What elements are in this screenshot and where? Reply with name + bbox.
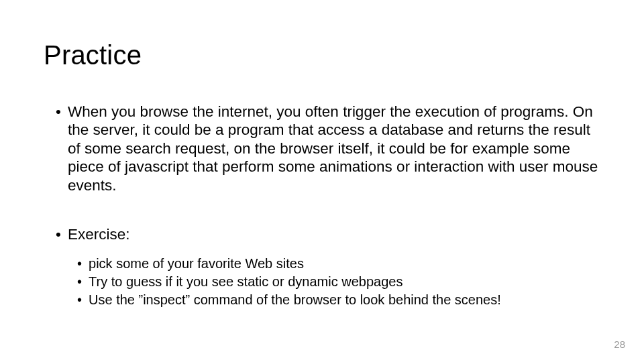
sub-bullet-list: • pick some of your favorite Web sites •… [44, 255, 600, 309]
bullet-marker-icon: • [77, 255, 82, 273]
bullet-level-2: • Use the ”inspect” command of the brows… [77, 291, 600, 309]
bullet-marker-icon: • [56, 103, 61, 121]
bullet-level-2: • pick some of your favorite Web sites [77, 255, 600, 273]
sub-bullet-text: pick some of your favorite Web sites [89, 255, 600, 273]
bullet-marker-icon: • [77, 273, 82, 291]
bullet-level-1: • Exercise: [44, 225, 600, 243]
spacer [44, 196, 600, 225]
sub-bullet-text: Try to guess if it you see static or dyn… [89, 273, 600, 291]
bullet-level-1: • When you browse the internet, you ofte… [44, 103, 600, 194]
bullet-marker-icon: • [56, 225, 61, 243]
bullet-text: When you browse the internet, you often … [68, 103, 600, 194]
slide-body: • When you browse the internet, you ofte… [44, 103, 600, 309]
sub-bullet-text: Use the ”inspect” command of the browser… [89, 291, 600, 309]
page-number: 28 [614, 339, 625, 350]
bullet-marker-icon: • [77, 291, 82, 309]
slide-container: Practice • When you browse the internet,… [0, 0, 644, 362]
bullet-level-2: • Try to guess if it you see static or d… [77, 273, 600, 291]
bullet-text: Exercise: [68, 225, 600, 243]
slide-title: Practice [44, 40, 600, 70]
